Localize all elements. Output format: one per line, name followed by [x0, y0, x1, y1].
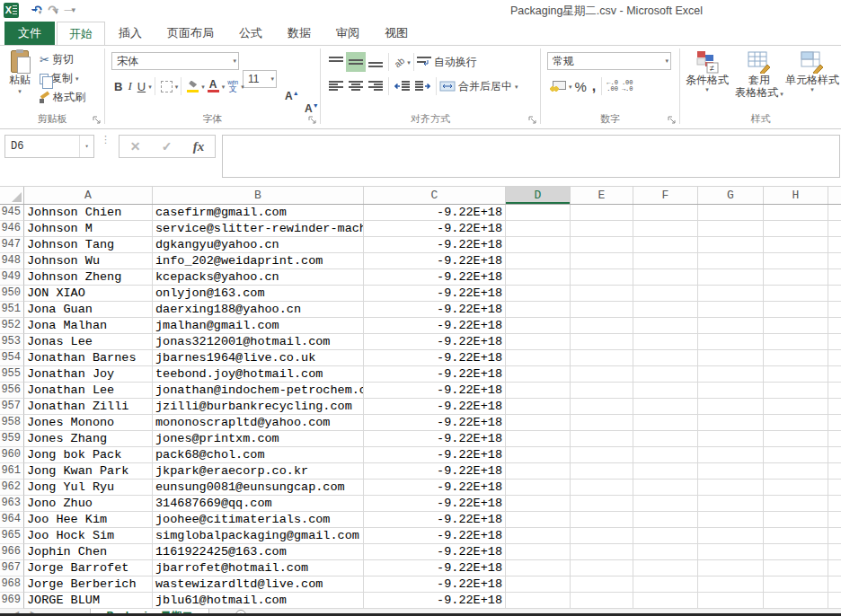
cell-A946[interactable]: Johnson M — [24, 221, 153, 237]
cell-A953[interactable]: Jonas Lee — [24, 334, 153, 350]
cell-A954[interactable]: Jonathan Barnes — [24, 350, 153, 366]
fill-color-button[interactable] — [184, 76, 201, 96]
cell-D952[interactable] — [506, 318, 571, 334]
row-header-954[interactable]: 954 — [0, 350, 24, 366]
bold-button[interactable]: B — [111, 76, 125, 96]
cell-A967[interactable]: Jorge Barrofet — [24, 560, 153, 576]
cell-E966[interactable] — [571, 544, 633, 560]
clipboard-dialog-launcher[interactable] — [93, 116, 102, 125]
cell-C962[interactable]: -9.22E+18 — [364, 480, 506, 496]
cell-F968[interactable] — [633, 576, 698, 593]
cell-D968[interactable] — [506, 576, 571, 593]
cell-G962[interactable] — [698, 480, 764, 496]
cell-B959[interactable]: jones@printxm.com — [153, 431, 364, 447]
cell-B949[interactable]: kcepacks@yahoo.cn — [153, 269, 364, 286]
cell-D963[interactable] — [506, 496, 571, 512]
column-header-G[interactable]: G — [698, 187, 764, 204]
cell-E951[interactable] — [571, 302, 633, 318]
cell-A945[interactable]: Johnson Chien — [24, 205, 153, 221]
cell-E946[interactable] — [571, 221, 633, 237]
paste-button[interactable]: 粘贴 ▾ — [4, 50, 36, 94]
cell-F960[interactable] — [633, 447, 698, 463]
row-header-951[interactable]: 951 — [0, 302, 24, 318]
cell-H955[interactable] — [764, 366, 828, 383]
tab-file[interactable]: 文件 — [4, 22, 55, 45]
cell-F946[interactable] — [633, 221, 698, 237]
cell-D957[interactable] — [506, 399, 571, 415]
cell-H967[interactable] — [764, 560, 828, 576]
column-header-F[interactable]: F — [633, 187, 698, 204]
font-color-button[interactable]: A — [205, 76, 222, 96]
align-bottom-button[interactable] — [366, 52, 385, 72]
tab-insert[interactable]: 插入 — [107, 22, 154, 45]
cell-H958[interactable] — [764, 415, 828, 431]
cell-A949[interactable]: Johnson Zheng — [24, 269, 153, 286]
row-header-964[interactable]: 964 — [0, 512, 24, 528]
row-header-966[interactable]: 966 — [0, 544, 24, 560]
cell-C965[interactable]: -9.22E+18 — [364, 528, 506, 544]
row-header-965[interactable]: 965 — [0, 528, 24, 544]
cell-B958[interactable]: mononoscrapltd@yahoo.com — [153, 415, 364, 431]
cell-G945[interactable] — [698, 205, 764, 221]
cell-A950[interactable]: JON XIAO — [24, 286, 153, 302]
cell-C947[interactable]: -9.22E+18 — [364, 237, 506, 253]
formula-bar-splitter[interactable]: ⋮ — [101, 137, 111, 142]
cell-B955[interactable]: teebond.joy@hotmail.com — [153, 366, 364, 383]
column-header-E[interactable]: E — [571, 187, 633, 204]
row-header-953[interactable]: 953 — [0, 334, 24, 350]
cell-E957[interactable] — [571, 399, 633, 415]
cell-styles-button[interactable]: 单元格样式 ▾ — [784, 50, 840, 92]
cell-E969[interactable] — [571, 593, 633, 609]
cell-D945[interactable] — [506, 205, 571, 221]
font-size-combo[interactable]: 11▾ — [243, 70, 277, 88]
cell-F949[interactable] — [633, 269, 698, 286]
cell-F953[interactable] — [633, 334, 698, 350]
column-header-D[interactable]: D — [506, 187, 571, 204]
underline-button[interactable]: U — [135, 76, 148, 96]
align-top-button[interactable] — [326, 52, 346, 72]
cell-D953[interactable] — [506, 334, 571, 350]
cell-F959[interactable] — [633, 431, 698, 447]
cell-C951[interactable]: -9.22E+18 — [364, 302, 506, 318]
cell-A947[interactable]: Johnson Tang — [24, 237, 153, 253]
cell-H948[interactable] — [764, 253, 828, 269]
cell-D969[interactable] — [506, 593, 571, 609]
align-right-button[interactable] — [366, 76, 385, 96]
cell-F969[interactable] — [633, 593, 698, 609]
cell-D947[interactable] — [506, 237, 571, 253]
cell-G967[interactable] — [698, 560, 764, 576]
cell-C960[interactable]: -9.22E+18 — [364, 447, 506, 463]
row-header-948[interactable]: 948 — [0, 253, 24, 269]
tab-data[interactable]: 数据 — [276, 22, 323, 45]
accounting-format-button[interactable] — [547, 76, 569, 96]
cell-G949[interactable] — [698, 269, 764, 286]
cell-A951[interactable]: Jona Guan — [24, 302, 153, 318]
cell-C966[interactable]: -9.22E+18 — [364, 544, 506, 560]
cell-B969[interactable]: jblu61@hotmail.com — [153, 593, 364, 609]
cell-G961[interactable] — [698, 463, 764, 480]
cell-F965[interactable] — [633, 528, 698, 544]
cell-C961[interactable]: -9.22E+18 — [364, 463, 506, 480]
row-header-952[interactable]: 952 — [0, 318, 24, 334]
tab-home[interactable]: 开始 — [57, 22, 105, 45]
row-header-962[interactable]: 962 — [0, 480, 24, 496]
cell-F961[interactable] — [633, 463, 698, 480]
cell-E949[interactable] — [571, 269, 633, 286]
cell-A961[interactable]: Jong Kwan Park — [24, 463, 153, 480]
cell-E953[interactable] — [571, 334, 633, 350]
tab-review[interactable]: 审阅 — [324, 22, 371, 45]
orientation-button[interactable]: ab — [392, 52, 407, 72]
cell-C955[interactable]: -9.22E+18 — [364, 366, 506, 383]
borders-button[interactable] — [158, 76, 175, 96]
cut-button[interactable]: ✂剪切 — [40, 50, 85, 69]
phonetic-guide-button[interactable]: wén文 — [225, 76, 241, 96]
cell-D964[interactable] — [506, 512, 571, 528]
cell-B960[interactable]: pack68@chol.com — [153, 447, 364, 463]
conditional-formatting-button[interactable]: ≠ 条件格式 ▾ — [682, 50, 732, 92]
cell-G957[interactable] — [698, 399, 764, 415]
font-name-combo[interactable]: 宋体▾ — [111, 52, 239, 70]
cell-A955[interactable]: Jonathan Joy — [24, 366, 153, 383]
select-all-corner[interactable] — [0, 187, 24, 204]
cell-E955[interactable] — [571, 366, 633, 383]
cell-F950[interactable] — [633, 286, 698, 302]
